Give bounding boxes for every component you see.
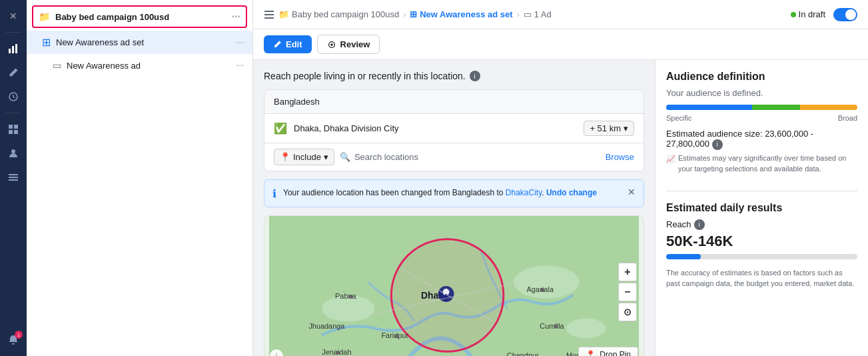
svg-point-28 xyxy=(336,351,340,355)
tree-item-adset[interactable]: ⊞ New Awareness ad set ··· xyxy=(27,31,252,54)
svg-rect-1 xyxy=(12,46,14,53)
svg-rect-12 xyxy=(264,11,274,12)
review-button[interactable]: Review xyxy=(317,35,380,54)
svg-text:Cumilla: Cumilla xyxy=(540,322,564,330)
svg-rect-5 xyxy=(14,125,18,129)
person-icon[interactable] xyxy=(3,143,24,164)
campaign-folder-icon-sm: 📁 xyxy=(278,9,289,19)
svg-point-20 xyxy=(514,265,580,299)
banner-text-pre: Your audience location has been changed … xyxy=(283,188,506,197)
toolbar: Edit Review xyxy=(253,29,868,60)
edit-button[interactable]: Edit xyxy=(264,35,312,53)
svg-rect-13 xyxy=(264,14,274,15)
audience-gauge xyxy=(666,105,857,110)
est-note-text: Estimates may vary significantly over ti… xyxy=(678,153,857,175)
adset-more-icon[interactable]: ··· xyxy=(236,37,244,49)
breadcrumb-adset[interactable]: ⊞ New Awareness ad set xyxy=(410,9,512,19)
ad-more-icon[interactable]: ··· xyxy=(236,59,244,71)
breadcrumb-ad[interactable]: ▭ 1 Ad xyxy=(524,9,552,19)
chart-icon-sm: 📈 xyxy=(666,153,675,165)
svg-text:Chandpur: Chandpur xyxy=(507,351,539,356)
draft-status: In draft xyxy=(791,9,825,19)
svg-rect-11 xyxy=(9,179,18,181)
svg-point-23 xyxy=(349,295,353,299)
browse-button[interactable]: Browse xyxy=(606,152,634,162)
breadcrumb-ad-label: 1 Ad xyxy=(534,9,552,19)
adset-icon-sm: ⊞ xyxy=(410,9,417,19)
est-size-label: Estimated audience size: 23,600,000 - 27… xyxy=(666,129,813,149)
status-toggle[interactable] xyxy=(833,8,857,21)
campaign-label: Baby bed campaign 100usd xyxy=(55,12,229,22)
include-dropdown[interactable]: 📍 Include ▾ xyxy=(274,149,334,165)
notification-badge: 1 xyxy=(15,331,23,339)
undo-change-link[interactable]: Undo change xyxy=(546,188,597,197)
banner-text-post: . xyxy=(542,188,546,197)
info-banner-icon: ℹ xyxy=(272,187,276,200)
tree-sidebar: 📁 Baby bed campaign 100usd ··· ⊞ New Awa… xyxy=(27,0,253,356)
svg-text:Pabna: Pabna xyxy=(335,292,356,300)
map-drop-pin-button[interactable]: 📍 Drop Pin xyxy=(578,347,638,356)
svg-text:Faridpur: Faridpur xyxy=(381,331,408,339)
close-icon[interactable]: ✕ xyxy=(3,5,24,27)
icon-sidebar: ✕ 1 xyxy=(0,0,27,356)
location-distance-selector[interactable]: + 51 km ▾ xyxy=(584,121,634,136)
breadcrumb-item-toggle[interactable] xyxy=(264,9,274,20)
map-zoom-out[interactable]: − xyxy=(618,283,637,301)
left-panel: Reach people living in or recently in th… xyxy=(253,60,655,356)
list-icon[interactable] xyxy=(3,167,24,188)
est-size-info-icon[interactable]: i xyxy=(712,139,723,150)
tree-item-ad[interactable]: ▭ New Awareness ad ··· xyxy=(27,54,252,77)
edit-label: Edit xyxy=(286,39,302,49)
grid-icon[interactable] xyxy=(3,119,24,140)
map-location-icon[interactable]: ⊙ xyxy=(618,303,637,321)
reach-info-icon-right[interactable]: i xyxy=(694,219,705,230)
chart-icon[interactable] xyxy=(3,38,24,59)
distance-chevron-icon: ▾ xyxy=(624,123,628,133)
svg-rect-4 xyxy=(9,125,13,129)
info-banner-text: Your audience location has been changed … xyxy=(283,187,621,199)
ad-icon-sm: ▭ xyxy=(524,9,532,19)
gauge-specific-label: Specific xyxy=(666,114,692,122)
reach-label-text: Reach xyxy=(666,219,691,229)
edit-icon[interactable] xyxy=(3,62,24,83)
reach-bar-fill xyxy=(666,254,701,259)
location-city: Dhaka, Dhaka Division City xyxy=(294,123,577,133)
svg-point-8 xyxy=(11,149,15,153)
adset-label: New Awareness ad set xyxy=(56,37,233,47)
map-container[interactable]: Pabna Jhuadanga Faridpur Jenaidah Agarta… xyxy=(264,215,644,356)
breadcrumb-adset-label: New Awareness ad set xyxy=(420,9,512,19)
svg-rect-9 xyxy=(9,174,18,175)
svg-rect-6 xyxy=(9,130,13,134)
banner-highlight: DhakaCity xyxy=(506,188,542,197)
breadcrumb-sep-2: › xyxy=(517,10,520,19)
svg-point-16 xyxy=(330,43,333,46)
breadcrumb: 📁 Baby bed campaign 100usd › ⊞ New Aware… xyxy=(264,9,791,20)
map-controls: + − ⊙ xyxy=(618,263,637,321)
main-content: 📁 Baby bed campaign 100usd › ⊞ New Aware… xyxy=(253,0,868,356)
breadcrumb-campaign-label: Baby bed campaign 100usd xyxy=(292,9,399,19)
location-pin-small: 📍 xyxy=(280,152,290,162)
info-banner-close-icon[interactable]: ✕ xyxy=(628,187,636,197)
svg-text:Agartala: Agartala xyxy=(527,285,555,293)
svg-rect-2 xyxy=(15,44,17,53)
daily-results-title: Estimated daily results xyxy=(666,202,857,214)
notification-icon[interactable]: 1 xyxy=(3,329,24,351)
draft-label: In draft xyxy=(799,9,825,19)
reach-info-icon[interactable]: i xyxy=(470,71,480,81)
audience-defined-text: Your audience is defined. xyxy=(666,88,857,98)
top-nav: 📁 Baby bed campaign 100usd › ⊞ New Aware… xyxy=(253,0,868,29)
tree-item-campaign[interactable]: 📁 Baby bed campaign 100usd ··· xyxy=(32,5,247,28)
clock-icon[interactable] xyxy=(3,86,24,107)
map-zoom-in[interactable]: + xyxy=(618,263,637,281)
estimated-size: Estimated audience size: 23,600,000 - 27… xyxy=(666,129,857,150)
svg-rect-7 xyxy=(14,130,18,134)
include-label: Include xyxy=(293,152,321,162)
breadcrumb-sep-1: › xyxy=(403,10,406,19)
est-note: 📈 Estimates may vary significantly over … xyxy=(666,153,857,175)
panel-divider xyxy=(666,191,857,191)
breadcrumb-campaign[interactable]: 📁 Baby bed campaign 100usd xyxy=(278,9,399,19)
audience-definition-title: Audience definition xyxy=(666,71,857,83)
reach-description: Reach people living in or recently in th… xyxy=(264,71,466,81)
campaign-more-icon[interactable]: ··· xyxy=(232,11,240,23)
search-locations-input[interactable]: Search locations xyxy=(354,152,418,162)
